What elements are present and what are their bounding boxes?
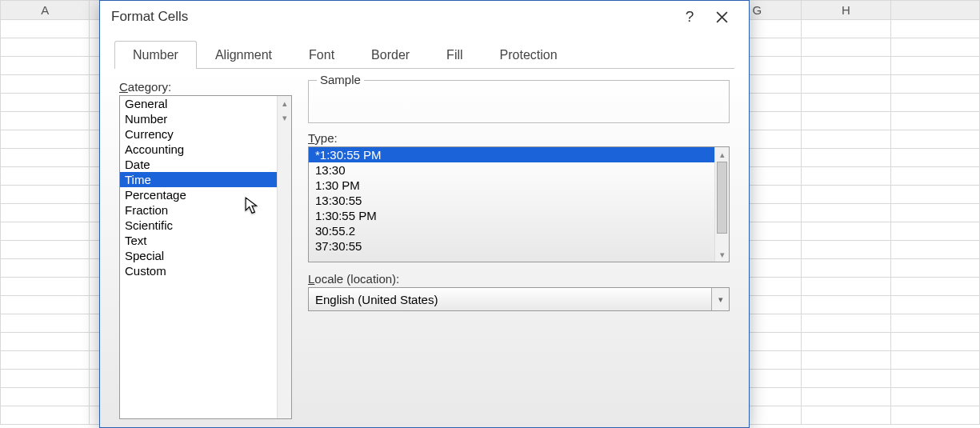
sample-label: Sample xyxy=(317,73,364,86)
category-item-accounting[interactable]: Accounting xyxy=(120,142,291,157)
category-item-currency[interactable]: Currency xyxy=(120,126,291,142)
category-item-special[interactable]: Special xyxy=(120,248,291,263)
category-panel: Category: General Number Currency Accoun… xyxy=(119,80,292,419)
scroll-thumb[interactable] xyxy=(717,162,727,234)
tab-border[interactable]: Border xyxy=(353,41,428,69)
scroll-down-icon[interactable]: ▾ xyxy=(278,110,291,125)
scroll-up-icon[interactable]: ▴ xyxy=(715,147,729,162)
category-item-scientific[interactable]: Scientific xyxy=(120,218,291,233)
tab-fill[interactable]: Fill xyxy=(428,41,481,69)
category-item-fraction[interactable]: Fraction xyxy=(120,202,291,218)
type-item[interactable]: 30:55.2 xyxy=(309,223,714,238)
col-header[interactable]: A xyxy=(1,1,90,20)
type-item[interactable]: 37:30:55 xyxy=(309,238,714,254)
close-icon[interactable] xyxy=(706,1,738,33)
type-item[interactable]: 1:30:55 PM xyxy=(309,208,714,223)
type-item[interactable]: 13:30:55 xyxy=(309,193,714,208)
dialog-title: Format Cells xyxy=(111,9,674,25)
type-scrollbar[interactable]: ▴ ▾ xyxy=(714,147,729,262)
category-item-number[interactable]: Number xyxy=(120,111,291,126)
dialog-content: Category: General Number Currency Accoun… xyxy=(100,69,749,427)
category-item-custom[interactable]: Custom xyxy=(120,263,291,278)
scroll-up-icon[interactable]: ▴ xyxy=(278,96,291,110)
category-item-time[interactable]: Time xyxy=(120,172,291,187)
type-listbox[interactable]: *1:30:55 PM 13:30 1:30 PM 13:30:55 1:30:… xyxy=(308,146,730,262)
type-item[interactable]: *1:30:55 PM xyxy=(309,147,714,162)
right-panel: Sample Type: *1:30:55 PM 13:30 1:30 PM 1… xyxy=(308,80,730,419)
category-item-text[interactable]: Text xyxy=(120,233,291,248)
tab-number[interactable]: Number xyxy=(114,41,197,69)
tab-font[interactable]: Font xyxy=(290,41,353,69)
tab-strip: Number Alignment Font Border Fill Protec… xyxy=(114,41,734,69)
format-cells-dialog: Format Cells ? Number Alignment Font Bor… xyxy=(99,0,750,428)
tab-alignment[interactable]: Alignment xyxy=(197,41,290,69)
scroll-down-icon[interactable]: ▾ xyxy=(715,247,729,262)
type-item[interactable]: 13:30 xyxy=(309,162,714,178)
col-header[interactable]: H xyxy=(802,1,890,20)
chevron-down-icon[interactable]: ▾ xyxy=(711,288,729,310)
type-label: Type: xyxy=(308,131,730,145)
help-icon[interactable]: ? xyxy=(674,1,706,33)
category-item-general[interactable]: General xyxy=(120,96,291,111)
dialog-titlebar[interactable]: Format Cells ? xyxy=(100,1,749,33)
locale-value: English (United States) xyxy=(309,293,711,306)
category-item-percentage[interactable]: Percentage xyxy=(120,187,291,202)
locale-label: Locale (location): xyxy=(308,272,730,286)
sample-box: Sample xyxy=(308,80,730,123)
category-label: Category: xyxy=(119,80,292,94)
category-scrollbar[interactable]: ▴ ▾ xyxy=(277,96,291,418)
locale-combobox[interactable]: English (United States) ▾ xyxy=(308,287,730,311)
category-item-date[interactable]: Date xyxy=(120,157,291,172)
type-item[interactable]: 1:30 PM xyxy=(309,178,714,193)
tab-protection[interactable]: Protection xyxy=(482,41,576,69)
category-listbox[interactable]: General Number Currency Accounting Date … xyxy=(119,95,292,419)
col-header[interactable] xyxy=(890,1,979,20)
